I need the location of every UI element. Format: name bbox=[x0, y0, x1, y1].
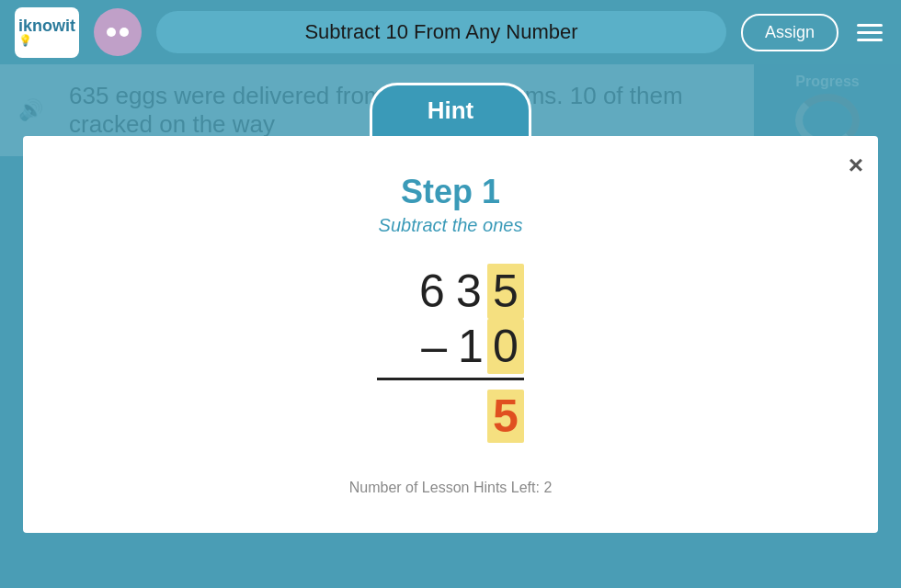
hamburger-menu-button[interactable] bbox=[853, 20, 886, 45]
digit-6: 6 bbox=[414, 264, 450, 319]
hint-close-button[interactable]: × bbox=[849, 151, 863, 180]
step-subtitle: Subtract the ones bbox=[379, 215, 523, 236]
minus-operator: – bbox=[421, 319, 447, 374]
dot2 bbox=[120, 28, 129, 37]
digit-5-highlight: 5 bbox=[487, 264, 524, 319]
math-display: 6 3 5 – 1 0 5 bbox=[377, 264, 524, 443]
dot1 bbox=[107, 28, 116, 37]
hint-modal-overlay: Hint × Step 1 Subtract the ones 6 3 5 – … bbox=[0, 64, 901, 588]
logo: iknowit 💡 bbox=[15, 7, 79, 58]
hints-left-label: Number of Lesson Hints Left: 2 bbox=[349, 461, 553, 496]
hint-modal-tab: Hint bbox=[370, 83, 532, 136]
digit-1: 1 bbox=[454, 319, 487, 374]
hamburger-line-3 bbox=[857, 39, 883, 41]
header: iknowit 💡 Subtract 10 From Any Number As… bbox=[0, 0, 901, 64]
lesson-title: Subtract 10 From Any Number bbox=[304, 20, 577, 43]
digit-0-highlight: 0 bbox=[487, 319, 524, 374]
hamburger-line-2 bbox=[857, 31, 883, 34]
lesson-title-area: Subtract 10 From Any Number bbox=[156, 11, 726, 53]
math-result-row: 5 bbox=[487, 384, 524, 443]
hint-modal-body: × Step 1 Subtract the ones 6 3 5 – 1 0 5 bbox=[23, 136, 878, 533]
avatar-dots bbox=[107, 28, 129, 37]
assign-button[interactable]: Assign bbox=[741, 14, 838, 51]
logo-text: iknowit bbox=[18, 17, 75, 34]
digit-3: 3 bbox=[450, 264, 487, 319]
hint-modal-title: Hint bbox=[428, 96, 474, 125]
math-divider bbox=[377, 378, 524, 380]
math-bottom-row: – 1 0 bbox=[421, 319, 524, 374]
math-top-row: 6 3 5 bbox=[414, 264, 524, 319]
hamburger-line-1 bbox=[857, 24, 883, 27]
result-digit: 5 bbox=[487, 390, 524, 443]
bulb-icon: 💡 bbox=[18, 34, 75, 47]
avatar bbox=[94, 8, 142, 56]
step-heading: Step 1 bbox=[401, 173, 500, 211]
